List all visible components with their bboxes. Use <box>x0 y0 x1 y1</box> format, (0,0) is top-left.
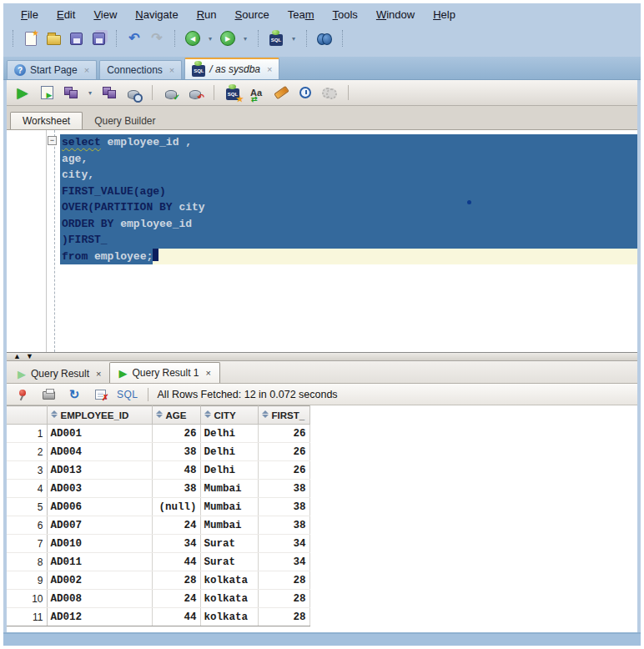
first-value-cell[interactable]: 38 <box>258 516 309 535</box>
table-row[interactable]: 7 AD010 34 Surat 34 <box>7 535 309 553</box>
age-cell[interactable]: 38 <box>152 443 200 461</box>
employee-id-cell[interactable]: AD001 <box>47 425 152 443</box>
collapse-down-icon[interactable]: ▼ <box>26 353 33 360</box>
explain-plan-button[interactable] <box>100 83 118 102</box>
employee-id-cell[interactable]: AD004 <box>47 443 152 461</box>
city-cell[interactable]: Mumbai <box>200 516 258 535</box>
open-sql-worksheet-button[interactable]: SQL <box>267 29 285 48</box>
open-file-button[interactable] <box>44 29 63 48</box>
undo-button[interactable]: ↶ <box>125 29 143 48</box>
employee-id-cell[interactable]: AD008 <box>47 590 152 608</box>
panel-splitter[interactable]: ▲ ▼ <box>7 352 637 361</box>
first-value-cell[interactable]: 28 <box>258 571 309 590</box>
tab-query-result[interactable]: ▶ Query Result × <box>9 365 109 383</box>
city-cell[interactable]: Delhi <box>200 443 258 461</box>
back-button[interactable]: ◀ <box>184 29 202 48</box>
pin-button[interactable] <box>13 385 32 404</box>
city-cell[interactable]: Delhi <box>200 461 258 480</box>
city-cell[interactable]: Mumbai <box>200 498 258 516</box>
employee-id-cell[interactable]: AD012 <box>47 608 152 626</box>
tab-query-builder[interactable]: Query Builder <box>83 112 167 129</box>
commit-button[interactable]: ✓ <box>162 83 180 102</box>
table-row[interactable]: 3 AD013 48 Delhi 26 <box>7 461 309 480</box>
menu-item[interactable]: File <box>13 6 46 23</box>
menu-item[interactable]: Run <box>189 6 224 23</box>
city-cell[interactable]: kolkata <box>200 608 258 626</box>
close-icon[interactable]: × <box>267 64 272 74</box>
menu-item[interactable]: Source <box>228 6 277 23</box>
refresh-button[interactable]: ↻ <box>65 385 83 404</box>
first-value-cell[interactable]: 34 <box>258 535 309 553</box>
table-row[interactable]: 2 AD004 38 Delhi 26 <box>7 443 309 461</box>
run-statement-button[interactable]: ▶ <box>13 83 32 102</box>
code-editor-area[interactable]: select employee_id , age, city, FIRST_VA… <box>60 130 637 352</box>
age-cell[interactable]: 24 <box>152 590 200 608</box>
autotrace-button[interactable] <box>62 83 80 102</box>
city-cell[interactable]: Mumbai <box>200 480 258 498</box>
tab-connections[interactable]: Connections × <box>99 60 182 79</box>
new-file-button[interactable]: ★ <box>22 29 40 48</box>
redo-button[interactable]: ↷ <box>148 29 166 48</box>
menu-item[interactable]: View <box>86 6 124 23</box>
sort-icon[interactable] <box>262 410 269 418</box>
print-button[interactable] <box>39 385 58 404</box>
sort-icon[interactable] <box>156 410 163 418</box>
table-row[interactable]: 8 AD011 44 Surat 34 <box>7 553 309 571</box>
delete-results-button[interactable] <box>91 385 109 404</box>
column-header-city[interactable]: CITY <box>200 406 258 425</box>
tab-worksheet[interactable]: Worksheet <box>10 112 83 129</box>
first-value-cell[interactable]: 38 <box>258 480 309 498</box>
employee-id-cell[interactable]: AD011 <box>47 553 152 571</box>
employee-id-cell[interactable]: AD007 <box>47 516 152 535</box>
menu-item[interactable]: Help <box>425 6 463 23</box>
table-row[interactable]: 5 AD006 (null) Mumbai 38 <box>7 498 309 516</box>
column-header-first[interactable]: FIRST_ <box>258 406 309 425</box>
save-all-button[interactable] <box>89 29 108 48</box>
city-cell[interactable]: Surat <box>200 553 258 571</box>
city-cell[interactable]: kolkata <box>200 590 258 608</box>
table-row[interactable]: 9 AD002 28 kolkata 28 <box>7 571 309 590</box>
age-cell[interactable]: 28 <box>152 571 200 590</box>
age-cell[interactable]: 26 <box>152 425 200 443</box>
close-icon[interactable]: × <box>206 368 211 378</box>
unshared-worksheet-button[interactable]: SQL★ <box>224 83 242 102</box>
collapse-up-icon[interactable]: ▲ <box>13 353 21 360</box>
age-cell[interactable]: 44 <box>152 608 200 626</box>
menu-item[interactable]: Navigate <box>128 6 185 23</box>
back-dropdown-caret[interactable]: ▾ <box>206 35 214 43</box>
age-cell[interactable]: 48 <box>152 461 200 480</box>
close-icon[interactable]: × <box>96 369 101 379</box>
age-cell[interactable]: 24 <box>152 516 200 535</box>
tab-sysdba-connection[interactable]: SQL / as sysdba × <box>184 58 279 79</box>
tab-query-result-1[interactable]: ▶ Query Result 1 × <box>109 362 219 383</box>
sql-tuning-button[interactable] <box>124 83 143 102</box>
table-row[interactable]: 6 AD007 24 Mumbai 38 <box>7 516 309 535</box>
save-button[interactable] <box>67 29 85 48</box>
rollback-button[interactable]: ↶ <box>186 83 204 102</box>
close-icon[interactable]: × <box>84 65 89 75</box>
employee-id-cell[interactable]: AD013 <box>47 461 152 480</box>
first-value-cell[interactable]: 26 <box>258 425 309 443</box>
change-case-button[interactable]: Aa <box>248 83 266 102</box>
first-value-cell[interactable]: 34 <box>258 553 309 571</box>
employee-id-cell[interactable]: AD002 <box>47 571 152 590</box>
employee-id-cell[interactable]: AD010 <box>47 535 152 553</box>
first-value-cell[interactable]: 26 <box>258 443 309 461</box>
first-value-cell[interactable]: 28 <box>258 590 309 608</box>
menu-item[interactable]: Window <box>369 6 422 23</box>
sql-link[interactable]: SQL <box>117 389 138 400</box>
menu-item[interactable]: Edit <box>49 6 83 23</box>
table-row[interactable]: 10 AD008 24 kolkata 28 <box>7 590 309 608</box>
forward-button[interactable]: ▶ <box>219 29 237 48</box>
run-script-button[interactable] <box>38 83 56 102</box>
tab-start-page[interactable]: ? Start Page × <box>7 60 97 79</box>
city-cell[interactable]: Delhi <box>200 425 258 443</box>
find-button[interactable] <box>315 29 334 48</box>
table-row[interactable]: 4 AD003 38 Mumbai 38 <box>7 480 309 498</box>
sort-icon[interactable] <box>204 410 211 418</box>
sort-icon[interactable] <box>51 410 58 418</box>
sql-history-button[interactable] <box>296 83 314 102</box>
age-cell[interactable]: 34 <box>152 535 200 553</box>
menu-item[interactable]: Tools <box>325 6 365 23</box>
age-cell[interactable]: 38 <box>152 480 200 498</box>
